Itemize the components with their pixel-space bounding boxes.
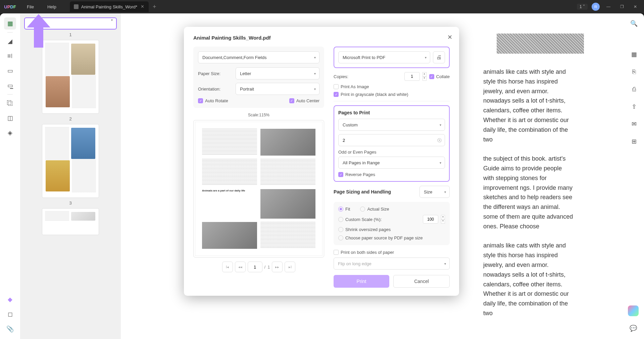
reverse-pages-checkbox[interactable] [338,172,343,177]
odd-even-label: Odd or Even Pages [338,150,445,155]
auto-center-label: Auto Center [296,98,319,103]
shrink-radio[interactable] [338,227,343,232]
clear-input-icon[interactable]: ⓧ [437,137,442,144]
preview-pager: I◂ ◂◂ / 1 ▸▸ ▸I [193,262,324,272]
close-window-button[interactable]: ✕ [631,2,640,11]
pager-current-input[interactable] [248,262,262,272]
batch-icon[interactable]: ⊞ [628,135,640,148]
printer-select[interactable]: Microsoft Print to PDF [338,51,430,63]
both-sides-label: Print on both sides of paper [341,250,394,255]
copies-down-button[interactable]: ▼ [423,76,427,81]
thumb-number: 1 [69,32,71,37]
grayscale-label: Print in grayscale (black and white) [341,92,408,97]
choose-source-label: Choose paper source by PDF page size [345,235,423,240]
document-icon [74,4,79,9]
odd-even-select[interactable]: All Pages in Range [338,157,445,169]
search-icon[interactable]: 🔍 [628,17,640,30]
minimize-button[interactable]: ― [604,2,613,11]
orientation-label: Orientation: [198,87,232,92]
scale-up-button[interactable]: ▲ [441,215,445,219]
pager-first-button[interactable]: I◂ [222,262,233,272]
fit-radio[interactable] [338,207,343,212]
thumbnails-tool-icon[interactable]: ▦ [4,17,16,30]
scale-label: Scale:115% [193,113,324,117]
collate-checkbox[interactable] [429,74,434,79]
grayscale-checkbox[interactable] [334,92,339,97]
document-image [497,34,584,54]
edit-tool-icon[interactable]: ▭̲ [4,79,16,92]
app-logo: UPDF [0,4,20,9]
bookmark-icon[interactable]: ◻ [4,308,16,320]
auto-center-checkbox[interactable] [289,98,294,103]
custom-scale-radio[interactable] [338,217,343,222]
document-tab[interactable]: Animal Painting Skills_Word* ✕ [70,1,149,12]
pager-next-button[interactable]: ▸▸ [272,262,283,272]
flip-select[interactable]: Flip on long edge [334,258,450,270]
organize-tool-icon[interactable]: ⿻ [4,97,16,109]
pages-mode-select[interactable]: Custom [338,119,445,131]
copies-up-button[interactable]: ▲ [423,72,427,76]
layers-icon[interactable]: ◆ [4,293,16,305]
actual-size-radio[interactable] [360,207,365,212]
copies-input[interactable] [404,72,420,81]
cancel-button[interactable]: Cancel [393,275,450,288]
maximize-button[interactable]: ❐ [617,2,627,11]
custom-scale-label: Custom Scale (%): [345,217,382,222]
menu-help[interactable]: Help [41,4,63,9]
pager-sep: / [264,265,266,270]
print-as-image-label: Print As Image [341,84,369,89]
attachment-icon[interactable]: 📎 [4,323,16,335]
dialog-close-button[interactable]: ✕ [447,34,452,41]
collate-label: Collate [436,74,450,79]
crop-tool-icon[interactable]: ◫ [4,112,16,124]
thumbnail-page[interactable] [42,40,99,114]
pages-to-print-title: Pages to Print [338,110,445,115]
document-text: animals like cats with style and style t… [483,67,574,318]
tab-close-button[interactable]: ✕ [140,4,145,9]
thumb-number: 2 [69,116,71,121]
print-dialog: Animal Painting Skills_Word.pdf ✕ Docume… [184,27,459,296]
both-sides-checkbox[interactable] [334,250,339,255]
pager-prev-button[interactable]: ◂◂ [235,262,246,272]
pager-last-button[interactable]: ▸I [285,262,295,272]
dialog-title: Animal Painting Skills_Word.pdf [193,35,450,41]
paper-size-label: Paper Size: [198,71,232,76]
text-tool-icon[interactable]: ≡⁞ [4,50,16,62]
tab-title: Animal Painting Skills_Word* [81,4,137,9]
printer-properties-icon[interactable]: 🖨 [433,51,445,63]
thumbnail-page[interactable] [42,124,99,198]
ocr-icon[interactable]: ▦ [628,48,640,60]
ai-copilot-icon[interactable] [628,305,639,316]
sizing-mode-select[interactable]: Size [419,186,450,198]
scale-down-button[interactable]: ▼ [441,219,445,224]
print-button[interactable]: Print [334,275,389,288]
auto-rotate-checkbox[interactable] [198,98,203,103]
user-avatar[interactable]: R [592,3,600,11]
pager-total: 1 [267,265,270,270]
notification-badge[interactable]: 1 ˅ [577,4,588,10]
form-tool-icon[interactable]: ◈ [4,127,16,139]
print-as-image-checkbox[interactable] [334,84,339,89]
choose-source-radio[interactable] [338,235,343,240]
right-toolbar: 🔍 ▦ ⎘ ⎙ ⇪ ✉ ⊞ 💬 [624,13,644,339]
tab-add-button[interactable]: + [153,3,156,10]
email-icon[interactable]: ✉ [628,118,640,130]
feedback-icon[interactable]: 💬 [629,324,638,333]
read-tool-icon[interactable]: ▭ [4,65,16,77]
menu-file[interactable]: File [20,4,41,9]
export-icon[interactable]: ⎘ [628,66,640,78]
highlight-tool-icon[interactable]: ◢ [4,35,16,47]
content-select[interactable]: Document,Comment,Form Fields [198,51,319,63]
thumb-number: 3 [69,201,71,206]
thumbnail-page[interactable] [42,208,99,235]
shrink-label: Shrink oversized pages [345,227,391,232]
auto-rotate-label: Auto Rotate [205,98,228,103]
custom-scale-input[interactable] [423,215,438,224]
pages-range-input[interactable] [338,134,445,146]
paper-size-select[interactable]: Letter [236,67,319,79]
share-icon[interactable]: ⇪ [628,101,640,113]
reverse-pages-label: Reverse Pages [345,172,375,177]
actual-size-label: Actual Size [367,207,389,212]
save-as-icon[interactable]: ⎙ [628,83,640,95]
orientation-select[interactable]: Portrait [236,83,319,95]
